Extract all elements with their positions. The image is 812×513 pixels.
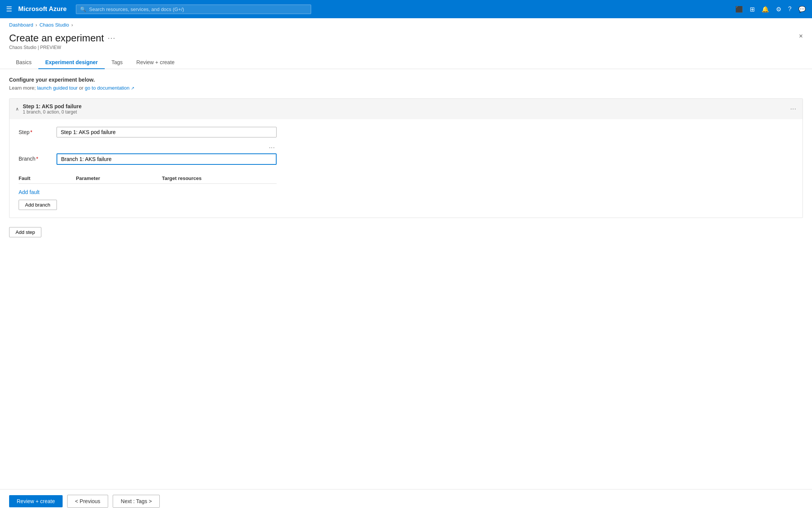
external-link-icon: ↗ — [131, 86, 134, 90]
branch-input[interactable] — [57, 153, 277, 165]
page-title-text: Create an experiment — [9, 32, 104, 44]
tabs: Basics Experiment designer Tags Review +… — [0, 50, 812, 69]
next-tags-button[interactable]: Next : Tags > — [113, 495, 160, 508]
add-step-button[interactable]: Add step — [9, 227, 41, 237]
review-create-button[interactable]: Review + create — [9, 495, 63, 507]
learn-more-prefix: Learn more; — [9, 85, 36, 91]
branch-field-row: Branch* — [19, 153, 793, 165]
cloud-shell-icon[interactable]: ⬛ — [735, 6, 743, 13]
branch-dots-menu[interactable]: ··· — [19, 144, 277, 151]
bottom-bar: Review + create < Previous Next : Tags > — [0, 489, 812, 513]
step-subtitle: 1 branch, 0 action, 0 target — [23, 109, 82, 115]
notifications-icon[interactable]: 🔔 — [762, 6, 769, 13]
step-header[interactable]: ∧ Step 1: AKS pod failure 1 branch, 0 ac… — [9, 99, 803, 119]
param-column-header: Parameter — [76, 175, 162, 181]
step-label-text: Step — [19, 129, 30, 135]
tab-review-create[interactable]: Review + create — [129, 56, 181, 69]
breadcrumb-dashboard[interactable]: Dashboard — [9, 22, 33, 28]
tab-experiment-designer[interactable]: Experiment designer — [38, 56, 105, 69]
step-ellipsis-menu[interactable]: ··· — [790, 106, 796, 112]
breadcrumb-sep-2: › — [71, 22, 73, 28]
branch-label-text: Branch — [19, 156, 35, 162]
launch-guided-tour-link[interactable]: launch guided tour — [37, 85, 78, 91]
search-placeholder: Search resources, services, and docs (G+… — [89, 6, 184, 12]
page-subtitle: Chaos Studio | PREVIEW — [9, 45, 116, 50]
help-icon[interactable]: ? — [788, 6, 792, 13]
settings-icon[interactable]: ⚙ — [776, 6, 781, 13]
main-content: Configure your experiment below. Learn m… — [0, 69, 812, 489]
branch-required-star: * — [36, 156, 38, 162]
step-input[interactable] — [57, 127, 277, 137]
fault-column-header: Fault — [19, 175, 76, 181]
hamburger-menu[interactable]: ☰ — [6, 5, 12, 13]
tab-tags[interactable]: Tags — [105, 56, 130, 69]
page-title: Create an experiment ··· — [9, 32, 116, 44]
breadcrumb: Dashboard › Chaos Studio › — [0, 18, 812, 29]
topbar: ☰ Microsoft Azure 🔍 Search resources, se… — [0, 0, 812, 18]
step-field-row: Step* — [19, 127, 793, 137]
page-title-area: Create an experiment ··· Chaos Studio | … — [9, 32, 116, 50]
topbar-icons: ⬛ ⊞ 🔔 ⚙ ? 💬 — [735, 6, 806, 13]
breadcrumb-chaos-studio[interactable]: Chaos Studio — [39, 22, 69, 28]
step-body: Step* ··· Branch* Fault Parameter Target… — [9, 119, 803, 218]
portal-settings-icon[interactable]: ⊞ — [750, 6, 755, 13]
go-to-docs-text: go to documentation — [85, 85, 130, 91]
target-column-header: Target resources — [162, 175, 277, 181]
search-icon: 🔍 — [80, 6, 86, 12]
step-container: ∧ Step 1: AKS pod failure 1 branch, 0 ac… — [9, 98, 803, 218]
page-header: Create an experiment ··· Chaos Studio | … — [0, 29, 812, 50]
step-label: Step* — [19, 127, 57, 135]
page-ellipsis-menu[interactable]: ··· — [108, 34, 116, 42]
fault-table-header: Fault Parameter Target resources — [19, 172, 277, 184]
search-bar[interactable]: 🔍 Search resources, services, and docs (… — [76, 5, 311, 14]
add-branch-button[interactable]: Add branch — [19, 200, 57, 210]
or-text: or — [79, 85, 83, 91]
step-header-left: ∧ Step 1: AKS pod failure 1 branch, 0 ac… — [16, 103, 82, 115]
feedback-icon[interactable]: 💬 — [798, 6, 806, 13]
previous-button[interactable]: < Previous — [67, 495, 109, 508]
add-fault-link[interactable]: Add fault — [19, 189, 39, 195]
collapse-chevron[interactable]: ∧ — [16, 106, 19, 112]
azure-title: Microsoft Azure — [18, 5, 67, 13]
branch-label: Branch* — [19, 153, 57, 162]
step-required-star: * — [30, 129, 32, 135]
step-title: Step 1: AKS pod failure — [23, 103, 82, 109]
tab-basics[interactable]: Basics — [9, 56, 38, 69]
close-button[interactable]: × — [799, 32, 803, 40]
go-to-docs-link[interactable]: go to documentation ↗ — [85, 85, 134, 91]
configure-text: Configure your experiment below. — [9, 77, 803, 83]
learn-more: Learn more; launch guided tour or go to … — [9, 85, 803, 91]
breadcrumb-sep-1: › — [36, 22, 37, 28]
